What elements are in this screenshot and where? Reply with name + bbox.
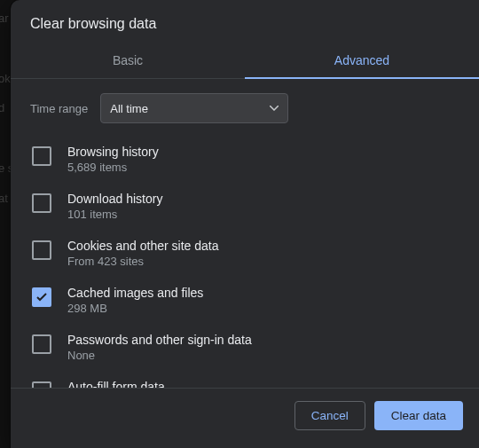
list-item-subtitle: None: [67, 349, 252, 362]
dialog-footer: Cancel Clear data: [11, 389, 479, 448]
list-item-texts: Auto-fill form data: [67, 380, 165, 388]
list-item-subtitle: 101 items: [67, 208, 162, 221]
chevron-down-icon: [270, 106, 279, 111]
dialog-body: Time range All time Browsing history5,68…: [11, 79, 479, 388]
list-item: Cookies and other site dataFrom 423 site…: [30, 230, 459, 277]
list-item: Auto-fill form data: [30, 371, 459, 388]
list-item-texts: Download history101 items: [67, 192, 162, 221]
data-type-list: Browsing history5,689 itemsDownload hist…: [30, 136, 459, 388]
list-item-texts: Cached images and files298 MB: [67, 286, 203, 315]
list-item-title: Passwords and other sign-in data: [67, 333, 252, 347]
list-item: Browsing history5,689 items: [30, 136, 459, 183]
list-item-subtitle: From 423 sites: [67, 255, 218, 268]
tab-basic-label: Basic: [113, 53, 143, 67]
list-item: Cached images and files298 MB: [30, 277, 459, 324]
time-range-label: Time range: [30, 102, 88, 115]
tabs: Basic Advanced: [11, 44, 479, 79]
checkbox[interactable]: [32, 287, 51, 307]
list-item-title: Cookies and other site data: [67, 239, 218, 253]
time-range-value: All time: [110, 102, 148, 115]
clear-browsing-data-dialog: Clear browsing data Basic Advanced Time …: [11, 0, 479, 448]
list-item-texts: Passwords and other sign-in dataNone: [67, 333, 252, 362]
list-item-subtitle: 5,689 items: [67, 161, 159, 174]
list-item-title: Download history: [67, 192, 162, 206]
checkbox[interactable]: [32, 334, 51, 354]
cancel-button-label: Cancel: [311, 409, 349, 422]
checkbox[interactable]: [32, 146, 51, 166]
list-item-title: Browsing history: [67, 145, 159, 159]
list-item: Download history101 items: [30, 183, 459, 230]
list-item-texts: Browsing history5,689 items: [67, 145, 159, 174]
tab-advanced-label: Advanced: [334, 53, 389, 67]
checkbox[interactable]: [32, 193, 51, 213]
dialog-title: Clear browsing data: [11, 0, 479, 44]
list-item-title: Auto-fill form data: [67, 380, 165, 388]
tab-advanced[interactable]: Advanced: [245, 44, 479, 78]
tab-basic[interactable]: Basic: [11, 44, 245, 78]
clear-data-button-label: Clear data: [391, 409, 446, 422]
clear-data-button[interactable]: Clear data: [374, 401, 463, 430]
checkbox[interactable]: [32, 381, 51, 388]
list-item: Passwords and other sign-in dataNone: [30, 324, 459, 371]
time-range-row: Time range All time: [30, 93, 459, 123]
cancel-button[interactable]: Cancel: [294, 401, 365, 430]
list-item-title: Cached images and files: [67, 286, 203, 300]
time-range-select[interactable]: All time: [100, 93, 288, 123]
list-item-texts: Cookies and other site dataFrom 423 site…: [67, 239, 218, 268]
list-item-subtitle: 298 MB: [67, 302, 203, 315]
checkbox[interactable]: [32, 240, 51, 260]
